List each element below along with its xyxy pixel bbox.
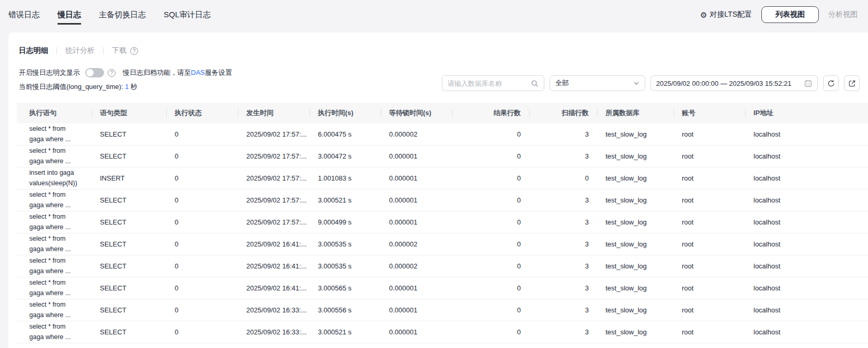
cell-statement-type: SELECT [92,240,166,248]
cell-occur-time: 2025/09/02 16:33:... [238,328,310,336]
log-tabs: 错误日志 慢日志 主备切换日志 SQL审计日志 [0,0,211,29]
table-row[interactable]: insert into gagavalues(sleep(N)) INSERT … [17,167,868,189]
cell-database: test_slow_log [597,284,673,292]
cell-ip: localhost [745,306,868,314]
cell-statement[interactable]: select * fromgaga where ... [17,256,92,276]
list-view-button[interactable]: 列表视图 [761,6,819,23]
cell-statement-type: SELECT [92,328,166,336]
plaintext-help-icon[interactable]: ? [108,69,116,77]
exec-status-tooltip-label[interactable]: 执行状态 [175,109,202,118]
database-select[interactable]: 全部 [550,75,645,91]
cell-statement[interactable]: insert into gagavalues(sleep(N)) [17,168,92,188]
cell-occur-time: 2025/09/02 17:57:... [238,130,310,138]
cell-statement-type: SELECT [92,306,166,314]
analysis-view-button[interactable]: 分析视图 [828,10,858,19]
cell-database: test_slow_log [597,196,673,204]
table-row[interactable]: select * fromgaga where ... SELECT 0 202… [17,255,868,277]
plaintext-toggle-label: 开启慢日志明文显示 [19,68,80,77]
subtab-statistics[interactable]: 统计分析 [65,46,95,55]
col-header-account: 账号 [673,108,745,118]
col-header-scan-rows: 扫描行数 [529,108,597,118]
table-row[interactable]: select * fromgaga where ... SELECT 0 202… [17,124,868,145]
cell-statement-type: SELECT [92,262,166,270]
table-row[interactable]: select * fromgaga where ... SELECT 0 202… [17,145,868,167]
cell-statement[interactable]: select * fromgaga where ... [17,190,92,210]
col-header-database: 所属数据库 [597,108,673,118]
cell-ip: localhost [745,284,868,292]
table-row[interactable]: select * fromgaga where ... SELECT 0 202… [17,321,868,343]
cell-exec-time: 3.000565 s [310,284,381,292]
cell-statement[interactable]: select * fromgaga where ... [17,234,92,254]
cell-result-rows: 0 [452,240,529,248]
search-icon[interactable] [531,80,539,87]
cell-exec-time: 9.000499 s [310,218,381,226]
table-row[interactable]: select * fromgaga where ... SELECT 0 202… [17,277,868,299]
cell-scan-rows: 3 [529,218,597,226]
cell-ip: localhost [745,152,868,160]
cell-result-rows: 0 [452,218,529,226]
das-link[interactable]: DAS [191,69,205,76]
toggle-knob [86,69,94,76]
tab-error-log[interactable]: 错误日志 [8,0,40,29]
cell-result-rows: 0 [452,284,529,292]
lts-config-label: 对接LTS配置 [710,10,752,19]
download-help-icon[interactable]: ? [130,47,138,55]
cell-ip: localhost [745,240,868,248]
cell-database: test_slow_log [597,306,673,314]
cell-statement[interactable]: select * fromgaga where ... [17,146,92,166]
cell-scan-rows: 3 [529,240,597,248]
refresh-button[interactable] [823,75,839,91]
table-row[interactable]: select * fromgaga where ... SELECT 0 202… [17,211,868,233]
cell-account: root [673,218,745,226]
tab-failover-log[interactable]: 主备切换日志 [99,0,146,29]
cell-statement[interactable]: select * fromgaga where ... [17,278,92,298]
cell-ip: localhost [745,218,868,226]
col-header-exec-time: 执行时间(s) [310,108,381,118]
cell-statement-type: SELECT [92,152,166,160]
subtab-download[interactable]: 下载 [112,46,127,55]
cell-lock-wait-time: 0.000001 [381,328,452,336]
slow-log-panel: 日志明细 统计分析 下载 ? 开启慢日志明文显示 ? 慢日志归档功能，请至DAS… [8,32,868,348]
cell-exec-time: 3.000521 s [310,328,381,336]
tab-sql-audit-log[interactable]: SQL审计日志 [164,0,211,29]
cell-exec-status: 0 [166,152,238,160]
cell-result-rows: 0 [452,152,529,160]
cell-scan-rows: 3 [529,284,597,292]
col-header-statement-type: 语句类型 [92,108,166,118]
plaintext-toggle-switch[interactable] [85,68,104,77]
table-row[interactable]: select * fromgaga where ... SELECT 0 202… [17,299,868,321]
cell-database: test_slow_log [597,328,673,336]
table-row[interactable]: select * fromgaga where ... SELECT 0 202… [17,233,868,255]
lts-config-button[interactable]: ⚙ 对接LTS配置 [700,10,752,19]
calendar-icon [804,80,812,87]
filter-bar: 全部 2025/09/02 00:00:00 — 2025/09/03 15:5… [442,75,860,91]
cell-statement[interactable]: select * fromgaga where ... [17,322,92,342]
cell-statement[interactable]: select * fromgaga where ... [17,300,92,320]
col-header-lock-wait-time: 等待锁时间(s) [381,108,452,118]
date-range-picker[interactable]: 2025/09/02 00:00:00 — 2025/09/03 15:52:2… [650,75,818,91]
cell-exec-time: 3.000556 s [310,306,381,314]
tab-slow-log[interactable]: 慢日志 [58,0,81,29]
cell-statement-type: INSERT [92,174,166,182]
cell-scan-rows: 3 [529,196,597,204]
cell-statement[interactable]: select * fromgaga where ... [17,212,92,232]
cell-exec-time: 3.000521 s [310,196,381,204]
cell-database: test_slow_log [597,174,673,182]
cell-exec-status: 0 [166,328,238,336]
table-row[interactable]: select * fromgaga where ... SELECT 0 202… [17,189,868,211]
cell-statement[interactable]: select * fromgaga where ... [17,124,92,144]
col-header-exec-status: 执行状态 [166,108,238,118]
cell-result-rows: 0 [452,196,529,204]
cell-lock-wait-time: 0.000001 [381,152,452,160]
gear-icon: ⚙ [700,11,707,19]
cell-exec-time: 6.000475 s [310,130,381,138]
subtab-log-detail[interactable]: 日志明细 [19,46,48,55]
open-in-new-button[interactable] [844,75,860,91]
cell-occur-time: 2025/09/02 17:57:... [238,152,310,160]
cell-statement-type: SELECT [92,130,166,138]
database-search-input[interactable] [448,80,531,87]
table-body: select * fromgaga where ... SELECT 0 202… [17,124,868,343]
cell-lock-wait-time: 0.000002 [381,240,452,248]
col-header-ip: IP地址 [745,108,868,118]
cell-statement-type: SELECT [92,284,166,292]
